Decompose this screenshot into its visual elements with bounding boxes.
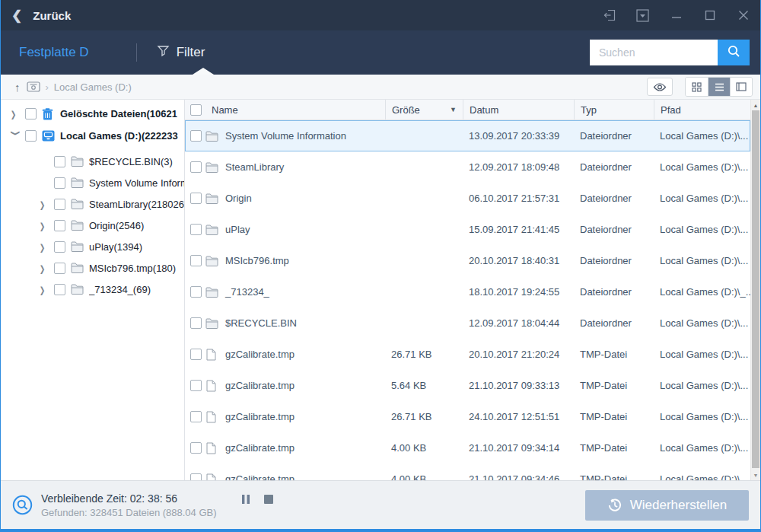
- dropdown-box-icon[interactable]: [636, 9, 649, 22]
- back-button[interactable]: ❮ Zurück: [11, 9, 71, 22]
- tree-expand-chevron-icon[interactable]: ❯: [11, 109, 21, 119]
- scrollbar-thumb[interactable]: [752, 110, 759, 468]
- row-checkbox[interactable]: [190, 473, 202, 480]
- restore-icon: [607, 498, 622, 513]
- column-header-size[interactable]: Größe ▼: [385, 100, 463, 119]
- tree-root-item[interactable]: ❯Gelöschte Dateien(10621: [1, 103, 184, 125]
- tree-expand-chevron-icon[interactable]: ❯: [40, 285, 50, 295]
- breadcrumb-location[interactable]: Local Games (D:): [54, 81, 132, 93]
- cell-type: TMP-Datei: [574, 349, 654, 360]
- file-icon: [205, 380, 218, 392]
- row-checkbox[interactable]: [190, 317, 202, 329]
- row-checkbox[interactable]: [190, 349, 202, 360]
- row-checkbox[interactable]: [190, 286, 202, 298]
- tree-child-item[interactable]: ❯MSIcb796.tmp(180): [1, 257, 184, 279]
- search-button[interactable]: [718, 40, 750, 65]
- row-checkbox[interactable]: [190, 411, 202, 422]
- pause-button[interactable]: [241, 494, 250, 505]
- tree-child-item[interactable]: ❯$RECYCLE.BIN(3): [1, 151, 184, 172]
- filter-button[interactable]: Filter: [157, 44, 205, 61]
- select-all-checkbox[interactable]: [190, 104, 202, 116]
- tree-expand-chevron-icon[interactable]: ❯: [11, 130, 21, 141]
- searchbox: [590, 40, 750, 65]
- cell-name: gzCalibrate.tmp: [185, 380, 385, 392]
- stop-button[interactable]: [263, 494, 274, 505]
- tree-expand-chevron-icon[interactable]: ❯: [40, 199, 50, 209]
- file-icon: [205, 411, 218, 423]
- preview-toggle-button[interactable]: [647, 78, 673, 96]
- grid-view-button[interactable]: [686, 78, 708, 96]
- cell-date: 21.10.2017 09:33:13: [463, 380, 574, 391]
- tree-children: ❯$RECYCLE.BIN(3)❯System Volume Informat❯…: [1, 151, 184, 300]
- tree-item-checkbox[interactable]: [54, 220, 65, 231]
- scroll-down-icon[interactable]: ▼: [751, 470, 760, 480]
- folder-icon: [71, 220, 86, 231]
- tree-child-item[interactable]: ❯uPlay(1394): [1, 236, 184, 257]
- vertical-scrollbar[interactable]: ▲ ▼: [750, 100, 760, 480]
- tree-expand-chevron-icon[interactable]: ❯: [40, 221, 50, 231]
- list-view-button[interactable]: [708, 78, 730, 96]
- column-label-type: Typ: [581, 104, 597, 116]
- tree-item-checkbox[interactable]: [54, 177, 65, 189]
- table-row[interactable]: MSIcb796.tmp20.10.2017 18:40:31Dateiordn…: [185, 245, 750, 276]
- table-row[interactable]: gzCalibrate.tmp5.64 KB21.10.2017 09:33:1…: [185, 370, 750, 401]
- table-row[interactable]: SteamLibrary12.09.2017 18:09:48Dateiordn…: [185, 151, 750, 183]
- cell-name: Origin: [185, 193, 385, 204]
- table-row[interactable]: gzCalibrate.tmp26.71 KB20.10.2017 21:20:…: [185, 339, 750, 370]
- tree-item-checkbox[interactable]: [54, 284, 65, 295]
- column-header-name[interactable]: Name: [185, 100, 385, 119]
- table-row[interactable]: Origin06.10.2017 21:57:31DateiordnerLoca…: [185, 183, 750, 214]
- row-checkbox[interactable]: [190, 130, 202, 142]
- folder-icon: [71, 263, 86, 273]
- feedback-export-icon[interactable]: [603, 9, 616, 22]
- tree-root-item[interactable]: ❯Local Games (D:)(222233: [1, 125, 184, 147]
- column-header-path[interactable]: Pfad: [654, 100, 750, 119]
- file-table: Name Größe ▼ Datum Typ Pfad System Volum…: [185, 100, 750, 480]
- table-row[interactable]: uPlay15.09.2017 21:41:45DateiordnerLocal…: [185, 214, 750, 245]
- table-row[interactable]: System Volume Information13.09.2017 20:3…: [185, 120, 750, 151]
- tree-child-item[interactable]: ❯System Volume Informat: [1, 172, 184, 193]
- row-checkbox[interactable]: [190, 380, 202, 391]
- tree-item-checkbox[interactable]: [54, 263, 65, 274]
- cell-name: SteamLibrary: [185, 161, 385, 173]
- table-row[interactable]: $RECYCLE.BIN12.09.2017 18:04:44Dateiordn…: [185, 307, 750, 339]
- tree-item-checkbox[interactable]: [25, 108, 37, 119]
- cell-type: Dateiordner: [574, 193, 654, 204]
- file-name: gzCalibrate.tmp: [225, 349, 295, 360]
- maximize-button[interactable]: [703, 9, 716, 22]
- search-input[interactable]: [590, 40, 718, 65]
- row-checkbox[interactable]: [190, 224, 202, 235]
- cell-date: 06.10.2017 21:57:31: [463, 193, 574, 204]
- row-checkbox[interactable]: [190, 193, 202, 204]
- table-row[interactable]: gzCalibrate.tmp26.71 KB24.10.2017 12:51:…: [185, 401, 750, 432]
- recover-button[interactable]: Wiederherstellen: [585, 490, 749, 521]
- tree-item-label: $RECYCLE.BIN(3): [89, 156, 173, 167]
- tab-festplatte-d[interactable]: Festplatte D: [19, 45, 89, 60]
- cell-type: TMP-Datei: [574, 380, 654, 391]
- tree-child-item[interactable]: ❯Origin(2546): [1, 215, 184, 236]
- tree-expand-chevron-icon[interactable]: ❯: [40, 242, 50, 252]
- column-header-date[interactable]: Datum: [463, 100, 574, 119]
- tree-expand-chevron-icon[interactable]: ❯: [40, 263, 50, 273]
- tree-item-checkbox[interactable]: [54, 156, 65, 167]
- close-button[interactable]: [737, 9, 750, 22]
- tree-child-item[interactable]: ❯_713234_(69): [1, 279, 184, 300]
- minimize-button[interactable]: [670, 9, 683, 22]
- tree-item-checkbox[interactable]: [54, 241, 65, 253]
- row-checkbox[interactable]: [190, 442, 202, 454]
- up-level-button[interactable]: ↑: [8, 81, 27, 94]
- table-row[interactable]: gzCalibrate.tmp4.00 KB21.10.2017 09:34:4…: [185, 464, 750, 480]
- detail-pane-view-button[interactable]: [730, 78, 752, 96]
- row-checkbox[interactable]: [190, 255, 202, 266]
- tree-item-label: uPlay(1394): [89, 241, 142, 253]
- scroll-up-icon[interactable]: ▲: [751, 100, 760, 110]
- column-header-type[interactable]: Typ: [574, 100, 654, 119]
- size-sort-dropdown-icon[interactable]: ▼: [450, 106, 457, 113]
- table-row[interactable]: _713234_18.10.2017 19:24:55DateiordnerLo…: [185, 276, 750, 307]
- filter-funnel-icon: [157, 44, 170, 61]
- table-row[interactable]: gzCalibrate.tmp4.00 KB21.10.2017 09:34:1…: [185, 432, 750, 464]
- tree-child-item[interactable]: ❯SteamLibrary(218026): [1, 193, 184, 215]
- tree-item-checkbox[interactable]: [25, 130, 37, 142]
- tree-item-checkbox[interactable]: [54, 199, 65, 210]
- row-checkbox[interactable]: [190, 161, 202, 173]
